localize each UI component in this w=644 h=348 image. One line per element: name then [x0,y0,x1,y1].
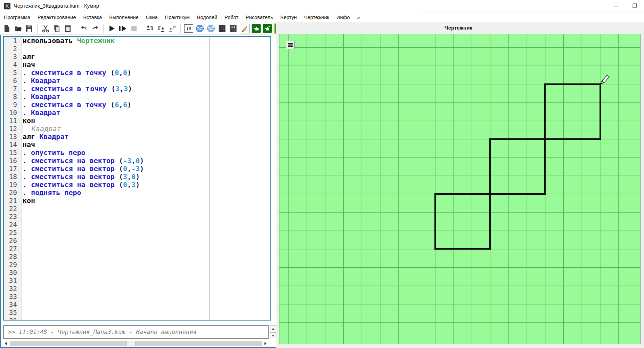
code-line[interactable]: 5. сместиться в точку (0,0) [4,69,270,77]
vertun-field-icon[interactable] [263,24,272,33]
code-line[interactable]: 30 [4,269,270,277]
code-line[interactable]: 11кон [4,117,270,125]
code-line[interactable]: 36 [4,317,270,321]
menu-item[interactable]: Окна [146,15,158,20]
undo-icon[interactable] [80,24,89,33]
menu-item[interactable]: Робот [225,15,238,20]
open-file-icon[interactable] [14,24,23,33]
code-line[interactable]: 21кон [4,197,270,205]
menu-item[interactable]: Рисователь [246,15,273,20]
code-line[interactable]: 13алг Квадрат [4,133,270,141]
scroll-left-arrow[interactable] [3,340,9,347]
menu-item[interactable]: Практикум [165,15,189,20]
code-line[interactable]: 3алг [4,53,270,61]
scrollbar-thumb[interactable] [127,341,136,346]
code-line[interactable]: 18. сместиться на вектор (3,0) [4,173,270,181]
menu-item[interactable]: Программа [4,15,30,20]
scrollbar-track[interactable] [10,341,262,346]
code-line[interactable]: 19. сместиться на вектор (0,3) [4,181,270,189]
drawer-panel: Чертежник [276,22,644,348]
menu-item[interactable]: Вертун [280,15,297,20]
code-line[interactable]: 34 [4,301,270,309]
code-line[interactable]: 32 [4,285,270,293]
code-line[interactable]: 15. опустить перо [4,149,270,157]
title-bar: K Чертежник_3Квадрата.kum - Кумир — ❐ [0,0,644,13]
menu-item[interactable]: Инфо [336,15,350,20]
code-line[interactable]: 27 [4,245,270,253]
line-number: 18 [4,173,21,181]
code-line[interactable]: 9. сместиться в точку (6,6) [4,101,270,109]
cut-icon[interactable] [41,24,50,33]
code-line[interactable]: 16. сместиться на вектор (-3,0) [4,157,270,165]
code-line[interactable]: 10. Квадрат [4,109,270,117]
code-editor[interactable]: 1использовать Чертежник23алг4нач5. смест… [3,36,271,321]
code-line[interactable]: 6. Квадрат [4,77,270,85]
code-line[interactable]: 24 [4,221,270,229]
code-line[interactable]: 1использовать Чертежник [4,37,270,45]
stop-icon[interactable] [129,24,138,33]
drawer-canvas[interactable] [279,34,641,344]
paste-icon[interactable] [63,24,72,33]
code-line[interactable]: 25 [4,229,270,237]
menu-item[interactable]: Вставка [83,15,102,20]
code-line[interactable]: 35 [4,309,270,317]
menu-item[interactable]: Выполнение [109,15,138,20]
code-line[interactable]: 17. сместиться на вектор (0,-3) [4,165,270,173]
code-line-text: алг Квадрат [23,133,68,141]
run-step-icon[interactable] [118,24,127,33]
redo-icon[interactable] [91,24,100,33]
debug-step-out-icon[interactable] [168,24,177,33]
code-line[interactable]: 12 Квадрат [4,125,270,133]
code-line[interactable]: 20. поднять перо [4,189,270,197]
code-line[interactable]: 29 [4,261,270,269]
save-file-icon[interactable] [25,24,34,33]
console-scroll-up-button[interactable] [270,325,276,332]
menu-bar: ПрограммаРедактированиеВставкаВыполнение… [0,13,421,22]
run-icon[interactable] [107,24,116,33]
code-line[interactable]: 22 [4,205,270,213]
console-scroll-down-button[interactable] [270,332,276,339]
robot-field-icon[interactable] [229,24,238,33]
code-line[interactable]: 2 [4,45,270,53]
robot-icon[interactable] [218,24,227,33]
toolbar-separator [37,24,38,33]
vodoley-measures-icon[interactable]: 10 [184,24,193,33]
code-line-text: нач [23,61,35,69]
code-line[interactable]: 7. сместиться в точку (3,3) [4,85,270,93]
code-line[interactable]: 26 [4,237,270,245]
code-line[interactable]: 31 [4,277,270,285]
copy-icon[interactable] [52,24,61,33]
code-line[interactable]: 4нач [4,61,270,69]
code-line-text: . опустить перо [23,149,85,157]
vertun-icon[interactable] [252,24,261,33]
line-number: 12 [4,125,21,133]
new-file-icon[interactable] [2,24,11,33]
code-line[interactable]: 23 [4,213,270,221]
scroll-right-arrow[interactable] [262,340,269,347]
code-line-text: кон [23,197,35,205]
io-console[interactable]: >> 11:01:48 - Чертежник_Папа3.kum - Нача… [3,325,269,339]
debug-step-to-icon[interactable] [157,24,166,33]
debug-step-in-icon[interactable] [146,24,155,33]
line-number: 9 [4,101,21,109]
menu-item[interactable]: » [357,15,360,20]
line-number: 33 [4,293,21,301]
vodoley-field-icon[interactable] [206,24,215,33]
vodoley-icon[interactable] [195,24,204,33]
code-line[interactable]: 8. Квадрат [4,93,270,101]
code-line-text: . сместиться в точку (6,6) [23,101,131,109]
code-line[interactable]: 14нач [4,141,270,149]
line-number: 4 [4,61,21,69]
menu-item[interactable]: Редактирование [38,15,76,20]
line-number: 8 [4,93,21,101]
horizontal-scrollbar[interactable] [3,340,269,347]
code-line[interactable]: 33 [4,293,270,301]
menu-item[interactable]: Чертежник [304,15,329,20]
drawer-menu-button[interactable] [286,41,295,49]
code-line[interactable]: 28 [4,253,270,261]
maximize-button[interactable]: ❐ [628,1,642,11]
line-number: 23 [4,213,21,221]
risovatel-icon[interactable] [240,24,250,33]
menu-item[interactable]: Водолей [197,15,217,20]
minimize-button[interactable]: — [609,1,623,11]
